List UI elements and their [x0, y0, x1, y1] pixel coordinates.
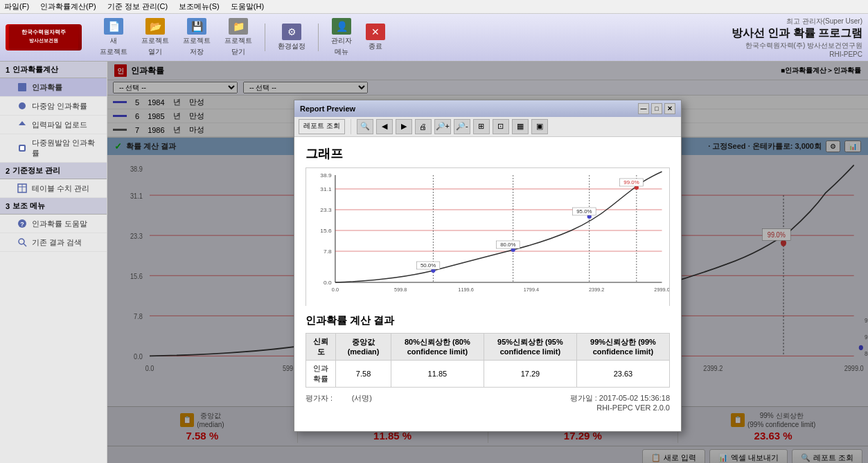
sidebar-section-1-header: 1 인과확률계산: [0, 62, 107, 78]
modal-tool-grid4[interactable]: ▣: [531, 119, 548, 134]
modal-tool-grid2[interactable]: ⊡: [493, 119, 509, 134]
logo: 한국수력원자력주 방사선보건원: [6, 24, 82, 51]
sidebar-section-1-label: 인과확률계산: [12, 64, 58, 75]
menu-base[interactable]: 기준 정보 관리(C): [107, 1, 168, 12]
content-area: 인 인과확률 ■인과확률계산＞인과확률 -- 선택 -- -- 선택 -- 5 …: [107, 62, 868, 463]
modal-tool-zoom-in[interactable]: 🔎+: [434, 119, 451, 134]
modal-footer: 평가자 : (서명) 평가일 : 2017-05-02 15:36:18 RHI…: [305, 393, 670, 412]
svg-text:2999.0: 2999.0: [654, 287, 669, 293]
modal-tool-print[interactable]: 🖨: [415, 119, 432, 134]
modal-tool-grid3[interactable]: ▦: [512, 119, 529, 134]
modal-chart-svg: 0.0 7.8 15.6 23.3 31.1 38.9 0.0 599.8 11…: [306, 168, 669, 307]
svg-text:95.0%: 95.0%: [576, 208, 592, 215]
user-info: 최고 관리자(Super User): [732, 17, 862, 26]
multi-cause-icon: [17, 100, 28, 111]
table-cell-ci99: 23.63: [576, 360, 669, 387]
sidebar-item-multi-cause[interactable]: 다중암 인과확률: [0, 97, 107, 116]
svg-text:7.8: 7.8: [324, 248, 332, 255]
svg-text:599.8: 599.8: [394, 287, 407, 293]
toolbar: 한국수력원자력주 방사선보건원 📄 새프로젝트 📂 프로젝트열기 💾 프로젝트저…: [0, 14, 868, 62]
modal-tool-search[interactable]: 🔍: [357, 119, 373, 134]
modal-titlebar: Report Preview — □ ✕: [294, 100, 681, 117]
svg-text:1799.4: 1799.4: [524, 287, 539, 293]
svg-text:99.0%: 99.0%: [623, 179, 639, 185]
menubar: 파일(F) 인과확률계산(P) 기준 정보 관리(C) 보조메뉴(S) 도움말(…: [0, 0, 868, 14]
help-icon: ?: [17, 218, 28, 229]
svg-point-13: [19, 239, 24, 244]
toolbar-divider-2: [318, 24, 319, 51]
svg-text:15.6: 15.6: [320, 228, 332, 234]
sidebar-item-table-manage[interactable]: 테이블 수치 관리: [0, 179, 107, 198]
svg-text:한국수력원자력주: 한국수력원자력주: [21, 29, 66, 35]
table-manage-icon: [17, 183, 28, 194]
menu-calc[interactable]: 인과확률계산(P): [40, 1, 96, 12]
sidebar-item-upload-label: 입력파일 업로드: [32, 120, 87, 130]
menu-file[interactable]: 파일(F): [4, 1, 29, 12]
new-project-button[interactable]: 📄 새프로젝트: [96, 17, 132, 58]
table-header-ci80: 80%신뢰상한 (80% confidence limit): [391, 333, 484, 360]
modal-minimize-button[interactable]: —: [638, 103, 649, 114]
report-preview-modal: Report Preview — □ ✕ 레포트 조회 🔍 ◀ ▶ 🖨 🔎+ �: [294, 100, 682, 432]
modal-chart: 0.0 7.8 15.6 23.3 31.1 38.9 0.0 599.8 11…: [305, 167, 670, 306]
result-table: 신뢰도 중앙값 (median) 80%신뢰상한 (80% confidence…: [305, 333, 670, 388]
sidebar-item-multi-cause-label: 다중암 인과확률: [32, 101, 87, 111]
sidebar-item-multi-primary-label: 다중원발암 인과확률: [32, 138, 101, 158]
modal-tab-report[interactable]: 레포트 조회: [299, 119, 345, 134]
close-project-button[interactable]: 📁 프로젝트닫기: [220, 17, 256, 58]
menu-help[interactable]: 도움말(H): [231, 1, 264, 12]
sidebar-item-upload[interactable]: 입력파일 업로드: [0, 116, 107, 134]
table-cell-median: 7.58: [336, 360, 391, 387]
sidebar-item-cause-prob[interactable]: 인과확률: [0, 78, 107, 97]
modal-overlay: Report Preview — □ ✕ 레포트 조회 🔍 ◀ ▶ 🖨 🔎+ �: [107, 62, 868, 463]
svg-text:50.0%: 50.0%: [420, 262, 436, 269]
svg-rect-7: [20, 146, 24, 150]
menu-tools[interactable]: 보조메뉴(S): [179, 1, 220, 12]
sidebar-item-search[interactable]: 기존 결과 검색: [0, 233, 107, 252]
svg-marker-5: [19, 121, 26, 125]
svg-line-14: [24, 244, 26, 246]
search-icon: [17, 237, 28, 248]
settings-button[interactable]: ⚙ 환경설정: [274, 22, 310, 53]
app-header-right: 최고 관리자(Super User) 방사선 인과 확률 프로그램 한국수력원자…: [732, 17, 862, 58]
sidebar-item-help[interactable]: ? 인과확률 도움말: [0, 215, 107, 233]
table-cell-ci95: 17.29: [484, 360, 576, 387]
multi-primary-icon: [17, 143, 28, 154]
modal-tool-zoom-out[interactable]: 🔎-: [454, 119, 470, 134]
modal-restore-button[interactable]: □: [651, 103, 662, 114]
table-header-confidence: 신뢰도: [306, 333, 336, 360]
svg-text:31.1: 31.1: [320, 186, 332, 192]
sidebar-item-cause-prob-label: 인과확률: [32, 82, 62, 93]
modal-graph-title: 그래프: [305, 145, 670, 162]
svg-text:2399.2: 2399.2: [589, 287, 604, 293]
table-header-ci99: 99%신뢰상한 (99% confidence limit): [576, 333, 669, 360]
sidebar-item-help-label: 인과확률 도움말: [32, 219, 87, 229]
modal-tool-grid1[interactable]: ⊞: [473, 119, 490, 134]
open-project-button[interactable]: 📂 프로젝트열기: [137, 17, 173, 58]
modal-close-button[interactable]: ✕: [664, 103, 675, 114]
exit-button[interactable]: ✕ 종료: [362, 22, 389, 53]
modal-controls: — □ ✕: [638, 103, 675, 114]
modal-toolbar: 레포트 조회 🔍 ◀ ▶ 🖨 🔎+ 🔎- ⊞ ⊡ ▦ ▣: [294, 117, 681, 137]
svg-text:1199.6: 1199.6: [458, 287, 473, 293]
sidebar-section-3-label: 보조 메뉴: [12, 201, 45, 211]
footer-left: 평가자 : (서명): [305, 393, 372, 403]
admin-menu-button[interactable]: 👤 관리자메뉴: [327, 17, 356, 58]
modal-tool-prev[interactable]: ◀: [376, 119, 393, 134]
svg-text:38.9: 38.9: [320, 172, 332, 179]
upload-icon: [17, 119, 28, 130]
modal-content: 그래프: [294, 137, 681, 431]
save-project-button[interactable]: 💾 프로젝트저장: [179, 17, 215, 58]
app-title: 방사선 인과 확률 프로그램: [732, 26, 862, 41]
table-row: 인과확률 7.58 11.85 17.29 23.63: [306, 360, 670, 387]
svg-point-4: [19, 102, 26, 109]
svg-text:0.0: 0.0: [332, 287, 339, 293]
app-subtitle: 한국수력원자력(주) 방사선보건연구원: [732, 41, 862, 51]
sidebar-section-2-header: 2 기준정보 관리: [0, 163, 107, 179]
sidebar-item-multi-primary[interactable]: 다중원발암 인과확률: [0, 134, 107, 163]
app-subtitle2: RHI-PEPC: [732, 51, 862, 58]
table-cell-ci80: 11.85: [391, 360, 484, 387]
svg-text:0.0: 0.0: [324, 280, 332, 286]
table-cell-label: 인과확률: [306, 360, 336, 387]
sidebar-section-2-label: 기준정보 관리: [12, 165, 60, 176]
modal-tool-next[interactable]: ▶: [396, 119, 412, 134]
